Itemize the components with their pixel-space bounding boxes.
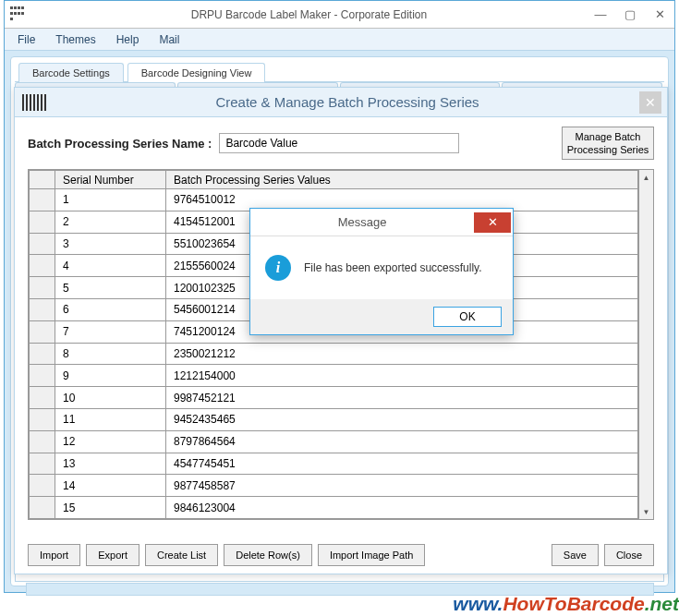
row-handle [30,320,55,343]
row-handle [30,387,55,409]
panel-footer: Import Export Create List Delete Row(s) … [28,544,654,566]
row-handle [30,475,55,497]
manage-batch-button[interactable]: Manage Batch Processing Series [562,127,654,160]
cell-serial[interactable]: 6 [55,298,166,320]
table-row[interactable]: 128797864564 [30,430,638,453]
row-handle [30,277,55,299]
cell-serial[interactable]: 15 [55,497,166,519]
message-titlebar: Message ✕ [250,209,513,236]
table-row[interactable]: 149877458587 [30,475,638,497]
import-button[interactable]: Import [28,544,80,566]
barcode-icon [22,94,48,111]
spacer [430,544,545,566]
row-handle [30,255,55,277]
message-close-button[interactable]: ✕ [474,212,511,233]
message-footer: OK [250,299,513,334]
menu-themes[interactable]: Themes [46,31,104,48]
message-text: File has been exported successfully. [304,261,482,274]
panel-header: Create & Manage Batch Processing Series … [15,88,667,117]
window-controls: — ▢ ✕ [586,5,674,25]
cell-serial[interactable]: 11 [55,408,166,430]
watermark: www.HowToBarcode.net [453,593,679,616]
cell-serial[interactable]: 12 [55,430,166,453]
window-title: DRPU Barcode Label Maker - Corporate Edi… [32,8,586,21]
cell-value[interactable]: 9987452121 [166,387,638,409]
cell-serial[interactable]: 3 [55,233,166,255]
row-handle [30,343,55,365]
row-handle [30,189,55,211]
cell-value[interactable]: 2350021212 [166,343,638,365]
row-handle [30,453,55,475]
close-button[interactable]: ✕ [645,5,674,25]
cell-serial[interactable]: 7 [55,320,166,343]
menu-file[interactable]: File [8,31,44,48]
delete-rows-button[interactable]: Delete Row(s) [224,544,312,566]
tab-designing-view[interactable]: Barcode Designing View [127,63,266,82]
app-icon [10,6,27,23]
maximize-button[interactable]: ▢ [615,5,645,25]
series-name-input[interactable] [219,133,459,153]
save-button[interactable]: Save [552,544,599,566]
watermark-suffix: .net [645,593,679,614]
scroll-up-icon[interactable]: ▲ [639,170,653,185]
row-handle [30,408,55,430]
message-title: Message [250,215,474,229]
col-values: Batch Processing Series Values [166,171,638,189]
col-serial: Serial Number [55,171,166,189]
cell-value[interactable]: 9452435465 [166,408,638,430]
message-body: i File has been exported successfully. [250,236,513,299]
close-panel-button[interactable]: Close [604,544,654,566]
table-row[interactable]: 159846123004 [30,497,638,519]
table-row[interactable]: 109987452121 [30,387,638,409]
subtabs: Barcode Settings Barcode Designing View [15,61,664,82]
menu-mail[interactable]: Mail [150,31,188,48]
cell-serial[interactable]: 4 [55,255,166,277]
cell-serial[interactable]: 5 [55,277,166,299]
cell-serial[interactable]: 8 [55,343,166,365]
watermark-domain: HowToBarcode [503,593,644,614]
cell-serial[interactable]: 1 [55,189,166,211]
table-row[interactable]: 134547745451 [30,453,638,475]
cell-serial[interactable]: 10 [55,387,166,409]
minimize-button[interactable]: — [586,5,615,25]
cell-serial[interactable]: 13 [55,453,166,475]
name-row: Batch Processing Series Name : Manage Ba… [28,127,654,160]
titlebar: DRPU Barcode Label Maker - Corporate Edi… [5,1,674,29]
cell-value[interactable]: 8797864564 [166,430,638,453]
cell-value[interactable]: 4547745451 [166,453,638,475]
panel-title: Create & Manage Batch Processing Series [55,94,639,110]
row-handle [30,233,55,255]
export-button[interactable]: Export [86,544,139,566]
grid-scrollbar[interactable]: ▲ ▼ [638,170,653,519]
import-image-path-button[interactable]: Import Image Path [318,544,426,566]
cell-serial[interactable]: 2 [55,211,166,233]
table-row[interactable]: 82350021212 [30,343,638,365]
row-handle [30,497,55,519]
cell-serial[interactable]: 14 [55,475,166,497]
cell-value[interactable]: 9846123004 [166,497,638,519]
menu-help[interactable]: Help [107,31,149,48]
table-row[interactable]: 119452435465 [30,408,638,430]
col-blank [30,171,55,189]
menubar: File Themes Help Mail [5,29,674,51]
row-handle [30,365,55,387]
create-list-button[interactable]: Create List [145,544,218,566]
info-icon: i [265,255,291,281]
scroll-down-icon[interactable]: ▼ [639,504,653,519]
table-row[interactable]: 91212154000 [30,365,638,387]
message-dialog: Message ✕ i File has been exported succe… [249,208,514,335]
cell-value[interactable]: 9877458587 [166,475,638,497]
cell-serial[interactable]: 9 [55,365,166,387]
panel-close-button[interactable]: ✕ [639,91,661,114]
tab-barcode-settings[interactable]: Barcode Settings [18,63,124,82]
series-name-label: Batch Processing Series Name : [28,137,212,151]
cell-value[interactable]: 1212154000 [166,365,638,387]
ok-button[interactable]: OK [433,307,502,327]
row-handle [30,430,55,453]
watermark-prefix: www. [453,593,503,614]
row-handle [30,211,55,233]
row-handle [30,298,55,320]
